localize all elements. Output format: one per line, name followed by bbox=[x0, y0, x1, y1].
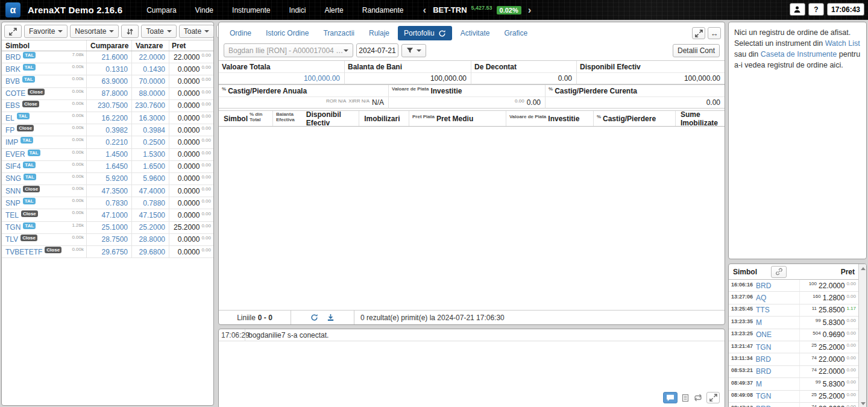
trade-row[interactable]: 13:21:47 TGN 25 25.2000 0.00 bbox=[729, 341, 858, 353]
trade-row[interactable]: 08:53:21 BRD 74 22.0000 0.00 bbox=[729, 366, 858, 378]
positions-column-header[interactable]: Simbol% din Total bbox=[219, 111, 273, 126]
symbol-link[interactable]: AQ bbox=[756, 294, 766, 302]
ticker-next-icon[interactable]: › bbox=[526, 5, 534, 15]
symbol-link[interactable]: SIF4 bbox=[5, 162, 20, 171]
table-row[interactable]: SNN Close 0.00k 47.3500 47.4000 0.00000.… bbox=[2, 185, 213, 197]
bid-price[interactable]: 63.9000 bbox=[86, 75, 131, 87]
bid-price[interactable]: 230.7500 bbox=[86, 100, 131, 112]
table-row[interactable]: EBS Close 0.00k 230.7500 230.7600 0.0000… bbox=[2, 100, 213, 112]
bid-price[interactable]: 29.6750 bbox=[86, 246, 131, 257]
watch-list-link[interactable]: Watch List bbox=[825, 39, 860, 48]
scrollbar[interactable] bbox=[858, 264, 866, 407]
symbol-link[interactable]: BRD bbox=[756, 355, 771, 364]
symbol-link[interactable]: IMP bbox=[5, 138, 18, 147]
table-row[interactable]: BRD TAL 7.08k 21.6000 22.0000 22.00000.0… bbox=[2, 51, 213, 63]
ask-price[interactable]: 0.3984 bbox=[131, 124, 169, 136]
table-row[interactable]: EL TAL 0.00k 16.2200 16.3000 0.00000.00 bbox=[2, 112, 213, 124]
bid-price[interactable]: 16.2200 bbox=[86, 112, 131, 124]
bid-price[interactable]: 21.6000 bbox=[86, 51, 131, 63]
bid-price[interactable]: 0.1310 bbox=[86, 63, 131, 75]
menu-item-indici[interactable]: Indici bbox=[289, 6, 306, 14]
symbol-link[interactable]: TVBETETF bbox=[5, 248, 42, 256]
account-select[interactable]: Bogdan Ilie [RON] - A000017004 - DE... bbox=[224, 43, 353, 57]
valoare-totala-value[interactable]: 100,000.00 bbox=[304, 74, 340, 83]
column-header-cumparare[interactable]: Cumparare bbox=[86, 40, 131, 51]
symbol-link[interactable]: BRD bbox=[756, 405, 771, 407]
ask-price[interactable]: 29.6800 bbox=[131, 246, 169, 257]
table-row[interactable]: TVBETETF Close 0.00k 29.6750 29.6800 0.0… bbox=[2, 246, 213, 258]
log-expand-button[interactable] bbox=[706, 392, 720, 403]
watchlist-expand-button[interactable] bbox=[4, 25, 22, 38]
menu-item-alerte[interactable]: Alerte bbox=[324, 6, 343, 14]
tab-ordine[interactable]: Ordine bbox=[224, 26, 257, 40]
symbol-link[interactable]: TEL bbox=[5, 211, 19, 219]
symbol-link[interactable]: TGN bbox=[5, 223, 20, 232]
symbol-link[interactable]: TGN bbox=[756, 343, 771, 352]
ask-price[interactable]: 230.7600 bbox=[131, 100, 169, 112]
symbol-link[interactable]: EBS bbox=[5, 101, 20, 110]
ticker-prev-icon[interactable]: ‹ bbox=[421, 5, 429, 15]
ask-price[interactable]: 1.5300 bbox=[131, 149, 169, 160]
ask-price[interactable]: 0.1430 bbox=[131, 63, 169, 75]
symbol-link[interactable]: EL bbox=[5, 114, 14, 122]
ask-price[interactable]: 22.0000 bbox=[131, 51, 169, 63]
date-input[interactable]: 2024-07-21 bbox=[356, 43, 398, 57]
tab-portofoliu[interactable]: Portofoliu bbox=[398, 26, 452, 40]
refresh-icon[interactable] bbox=[310, 314, 318, 321]
symbol-link[interactable]: SNG bbox=[5, 174, 21, 183]
symbol-link[interactable]: ONE bbox=[756, 330, 772, 339]
column-header-vanzare[interactable]: Vanzare bbox=[131, 40, 169, 51]
filter-button[interactable] bbox=[401, 44, 426, 57]
table-row[interactable]: SNP TAL 0.00k 0.7830 0.7880 0.00000.00 bbox=[2, 197, 213, 209]
column-header-pret[interactable]: Pret bbox=[787, 268, 858, 276]
positions-column-header[interactable]: %Castig/Pierdere bbox=[594, 111, 676, 126]
table-row[interactable]: TEL Close 0.00k 47.1000 47.1500 0.00000.… bbox=[2, 209, 213, 221]
ask-price[interactable]: 1.6500 bbox=[131, 161, 169, 172]
positions-column-header[interactable]: Pret PiataPret Mediu bbox=[409, 111, 506, 126]
ask-price[interactable]: 70.0000 bbox=[131, 75, 169, 87]
tab-istoric-ordine[interactable]: Istoric Ordine bbox=[260, 26, 315, 40]
tab-rulaje[interactable]: Rulaje bbox=[363, 26, 395, 40]
table-row[interactable]: BVB TAL 0.00k 63.9000 70.0000 0.00000.00 bbox=[2, 75, 213, 87]
bid-price[interactable]: 0.2210 bbox=[86, 136, 131, 148]
account-details-button[interactable]: Detalii Cont bbox=[673, 44, 720, 57]
download-icon[interactable] bbox=[327, 314, 335, 321]
table-row[interactable]: FP Close 0.00k 0.3982 0.3984 0.00000.00 bbox=[2, 124, 213, 136]
panel-expand-button[interactable] bbox=[692, 27, 705, 39]
menu-item-cumpara[interactable]: Cumpara bbox=[146, 6, 176, 14]
tab-grafice[interactable]: Grafice bbox=[498, 26, 533, 40]
symbol-link[interactable]: TTS bbox=[756, 306, 770, 314]
ask-price[interactable]: 47.4000 bbox=[131, 185, 169, 197]
positions-column-header[interactable]: Imobilizari bbox=[359, 111, 409, 126]
trade-row[interactable]: 16:06:16 BRD 100 22.0000 0.00 bbox=[729, 280, 858, 292]
bid-price[interactable]: 0.3982 bbox=[86, 124, 131, 136]
trade-row[interactable]: 08:49:08 TGN 25 25.2000 0.00 bbox=[729, 391, 858, 403]
bid-price[interactable]: 87.8000 bbox=[86, 88, 131, 99]
table-row[interactable]: IMP TAL 0.00k 0.2210 0.2500 0.00000.00 bbox=[2, 136, 213, 148]
trade-row[interactable]: 13:25:45 TTS 11 25.8500 1.17 bbox=[729, 304, 858, 317]
favorite-dropdown[interactable]: Favorite bbox=[24, 25, 68, 38]
table-row[interactable]: SNG TAL 0.00k 5.9200 5.9600 0.00000.00 bbox=[2, 173, 213, 185]
bid-price[interactable]: 5.9200 bbox=[86, 173, 131, 185]
scroll-up-icon[interactable] bbox=[861, 267, 866, 270]
symbol-link[interactable]: SNP bbox=[5, 199, 20, 207]
symbol-link[interactable]: M bbox=[756, 380, 762, 388]
menu-item-instrumente[interactable]: Instrumente bbox=[232, 6, 270, 14]
bid-price[interactable]: 1.4500 bbox=[86, 149, 131, 160]
trade-row[interactable]: 08:47:13 BRD 74 22.0000 0.00 bbox=[729, 403, 858, 407]
positions-column-header[interactable]: Sume Imobilizate bbox=[676, 111, 725, 126]
help-button[interactable]: ? bbox=[808, 3, 824, 16]
ask-price[interactable]: 5.9600 bbox=[131, 173, 169, 185]
symbol-link[interactable]: TGN bbox=[756, 392, 771, 400]
table-row[interactable]: BRK TAL 0.00k 0.1310 0.1430 0.00000.00 bbox=[2, 63, 213, 75]
column-header-simbol[interactable]: Simbol bbox=[2, 40, 86, 51]
bid-price[interactable]: 47.1000 bbox=[86, 209, 131, 221]
bid-price[interactable]: 1.6450 bbox=[86, 161, 131, 172]
menu-item-vinde[interactable]: Vinde bbox=[195, 6, 213, 14]
symbol-link[interactable]: BVB bbox=[5, 77, 20, 86]
bid-price[interactable]: 25.1000 bbox=[86, 222, 131, 233]
chat-button[interactable] bbox=[663, 392, 678, 403]
ask-price[interactable]: 25.2000 bbox=[131, 222, 169, 233]
table-row[interactable]: TGN TAL 1.26k 25.1000 25.2000 25.20000.0… bbox=[2, 222, 213, 234]
bid-price[interactable]: 28.7500 bbox=[86, 234, 131, 245]
